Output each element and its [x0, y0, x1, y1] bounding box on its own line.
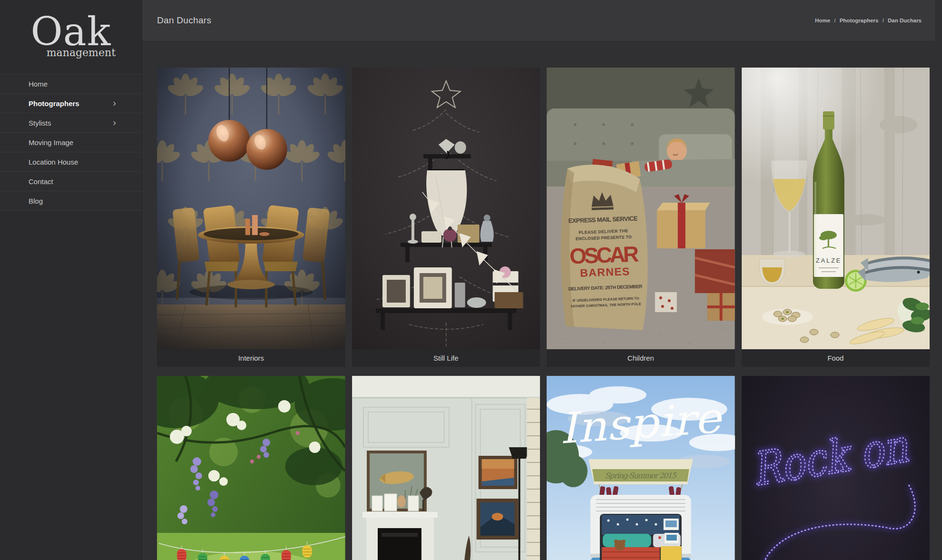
- photo-garden-party: [157, 376, 345, 560]
- tile-label: Children: [547, 349, 735, 367]
- photo-copper-dining-room: [157, 68, 345, 349]
- inspire-cover-illustration: GB Inspire Spring-Summer 2015: [547, 376, 735, 560]
- santa-sack: EXPRESS MAIL SERVICE PLEASE DELIVER THE …: [561, 165, 648, 330]
- sidebar-item-home[interactable]: Home: [0, 74, 142, 93]
- interiors-illustration: [157, 68, 345, 349]
- tile-interiors[interactable]: Interiors: [157, 68, 345, 367]
- page-header: Dan Duchars Home / Photographers / Dan D…: [142, 0, 935, 41]
- sidebar-item-label: Blog: [29, 197, 43, 205]
- sidebar-item-label: Contact: [29, 177, 53, 186]
- photo-christmas-chalkboard-shelves: [352, 68, 540, 349]
- sidebar-item-stylists[interactable]: Stylists›: [0, 113, 142, 132]
- ceiling: [352, 376, 540, 398]
- tile-label: Still Life: [352, 349, 540, 367]
- logo[interactable]: Oak management: [23, 12, 118, 59]
- sidebar-item-photographers[interactable]: Photographers›: [0, 93, 142, 113]
- chevron-right-icon: ›: [113, 113, 116, 132]
- sidebar-nav: Home Photographers› Stylists› Moving Ima…: [0, 74, 142, 211]
- breadcrumb-separator: /: [883, 18, 884, 23]
- issue-text: Spring-Summer 2015: [605, 471, 677, 480]
- tile-food[interactable]: ZALZE: [742, 68, 930, 367]
- sidebar-item-label: Home: [29, 80, 48, 88]
- sack-text-name-first: OSCAR: [569, 241, 639, 268]
- sidebar-item-location-house[interactable]: Location House: [0, 152, 142, 171]
- window-blinds: [527, 398, 540, 560]
- logo-text: Oak: [23, 12, 118, 51]
- still-life-illustration: [352, 68, 540, 349]
- breadcrumb: Home / Photographers / Dan Duchars: [815, 18, 922, 23]
- packed-interior: [600, 514, 682, 560]
- photo-christmas-sack-sleeping-boy: EXPRESS MAIL SERVICE PLEASE DELIVER THE …: [547, 68, 735, 349]
- tile-garden-party[interactable]: [157, 376, 345, 560]
- sidebar-item-moving-image[interactable]: Moving Image: [0, 132, 142, 152]
- photo-inspire-magazine-cover: GB Inspire Spring-Summer 2015: [547, 376, 735, 560]
- sidebar: Oak management Home Photographers› Styli…: [0, 0, 142, 560]
- tile-children[interactable]: EXPRESS MAIL SERVICE PLEASE DELIVER THE …: [547, 68, 735, 367]
- tile-rock-on-kids[interactable]: Rock on Rock on: [742, 376, 930, 560]
- garden-party-illustration: [157, 376, 345, 560]
- sidebar-item-label: Moving Image: [29, 138, 73, 147]
- sidebar-item-blog[interactable]: Blog: [0, 191, 142, 210]
- sidebar-item-label: Location House: [29, 158, 78, 166]
- tile-portrait-living-room[interactable]: [352, 376, 540, 560]
- fireplace: [362, 512, 437, 560]
- photo-rock-on-neon-kids: Rock on Rock on: [742, 376, 930, 560]
- children-illustration: EXPRESS MAIL SERVICE PLEASE DELIVER THE …: [547, 68, 735, 349]
- tile-label: Food: [742, 349, 930, 367]
- portfolio-grid: Interiors: [157, 68, 930, 560]
- breadcrumb-photographers[interactable]: Photographers: [840, 18, 879, 23]
- breadcrumb-home[interactable]: Home: [815, 18, 830, 23]
- page-title: Dan Duchars: [157, 15, 211, 26]
- tile-label: Interiors: [157, 349, 345, 367]
- food-illustration: ZALZE: [742, 68, 930, 349]
- rock-on-illustration: Rock on Rock on: [742, 376, 930, 560]
- olive-oil-glass: [759, 259, 785, 285]
- tile-still-life[interactable]: Still Life: [352, 68, 540, 367]
- breadcrumb-separator: /: [834, 18, 835, 23]
- bottle-label-text: ZALZE: [815, 257, 841, 264]
- sidebar-item-contact[interactable]: Contact: [0, 171, 142, 191]
- photo-man-in-living-room: [352, 376, 540, 560]
- tile-inspire-cover[interactable]: GB Inspire Spring-Summer 2015: [547, 376, 735, 560]
- sidebar-item-label: Stylists: [29, 119, 51, 127]
- chevron-right-icon: ›: [113, 93, 116, 113]
- sidebar-item-label: Photographers: [29, 99, 79, 108]
- sack-text-name-last: BARNES: [580, 265, 630, 279]
- breadcrumb-current: Dan Duchars: [888, 18, 922, 23]
- portrait-illustration: [352, 376, 540, 560]
- photo-white-wine-and-fish: ZALZE: [742, 68, 930, 349]
